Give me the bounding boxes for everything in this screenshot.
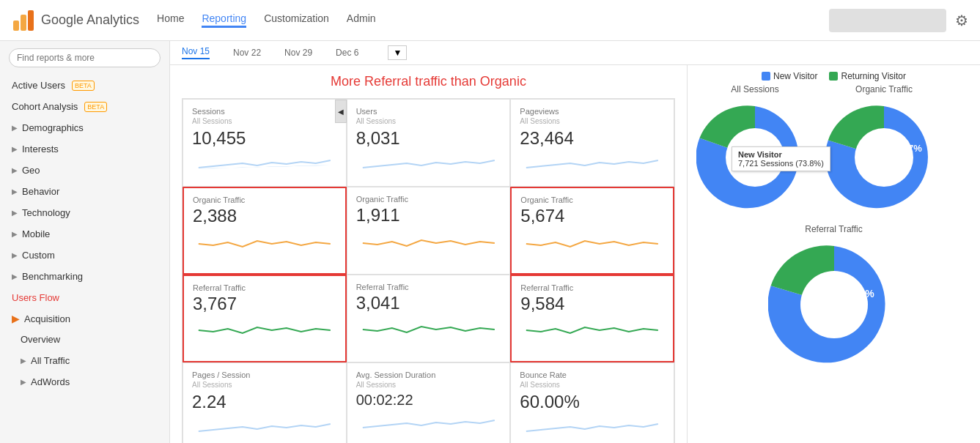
sidebar: Active Users BETA Cohort Analysis BETA ▶… [0,41,170,443]
organic-pageviews-label: Organic Traffic [520,196,664,204]
sidebar-item-custom[interactable]: ▶ Custom [0,245,169,266]
sidebar-collapse-button[interactable]: ◀ [335,100,347,123]
svg-rect-1 [21,15,26,31]
users-label: Users [356,107,501,116]
nav-admin[interactable]: Admin [347,12,376,28]
sidebar-item-active-users[interactable]: Active Users BETA [0,75,169,96]
referral-sessions-value: 3,767 [193,294,336,314]
date-nov15[interactable]: Nov 15 [182,46,210,59]
metrics-body: More Referral traffic than Organic Sessi… [170,65,687,443]
organic-new-pct: 74.7% [895,143,922,154]
sidebar-item-cohort-analysis[interactable]: Cohort Analysis BETA [0,96,169,117]
cohort-analysis-label: Cohort Analysis [12,101,78,112]
ga-logo-icon [12,9,35,32]
legend-new-label: New Visitor [773,71,817,81]
pages-session-sublabel: All Sessions [192,381,337,389]
sidebar-item-all-traffic[interactable]: ▶ All Traffic [0,350,169,371]
date-dec6[interactable]: Dec 6 [336,48,358,58]
date-nov22[interactable]: Nov 22 [233,48,261,58]
acquisition-icon: ▶ [12,313,20,324]
bounce-rate-sublabel: All Sessions [520,381,665,389]
metric-referral-sessions: Referral Traffic 3,767 [183,275,347,362]
avg-duration-sublabel: All Sessions [356,381,501,389]
overview-label: Overview [21,334,60,345]
organic-users-sparkline [356,230,501,250]
sidebar-item-behavior[interactable]: ▶ Behavior [0,181,169,202]
bounce-rate-sparkline [520,417,665,437]
sidebar-section-acquisition[interactable]: ▶ Acquisition [0,308,169,329]
sidebar-item-interests[interactable]: ▶ Interests [0,138,169,160]
search-input[interactable] [9,48,161,67]
technology-arrow: ▶ [12,209,18,217]
sidebar-item-benchmarking[interactable]: ▶ Benchmarking [0,266,169,287]
sidebar-item-overview[interactable]: Overview [0,329,169,350]
top-pie-row: All Sessions 26.2% [696,84,971,218]
date-nov29[interactable]: Nov 29 [284,48,312,58]
interests-label: Interests [22,144,59,155]
custom-label: Custom [22,250,55,261]
pie-referral-title: Referral Traffic [805,224,862,234]
sidebar-item-users-flow[interactable]: Users Flow [0,287,169,308]
referral-pageviews-label: Referral Traffic [520,283,664,292]
metric-organic-pageviews: Organic Traffic 5,674 [510,187,674,275]
metric-organic-sessions: Organic Traffic 2,388 [183,187,347,275]
date-dropdown-button[interactable]: ▼ [388,45,407,60]
active-users-label: Active Users [12,80,65,91]
referral-new-pct: 75.8% [845,288,874,299]
sidebar-item-demographics[interactable]: ▶ Demographics [0,117,169,138]
sessions-sublabel: All Sessions [192,117,337,125]
metric-pages-session: Pages / Session All Sessions 2.24 [183,362,347,443]
benchmarking-label: Benchmarking [22,271,83,282]
avg-duration-label: Avg. Session Duration [356,371,501,379]
sidebar-item-adwords[interactable]: ▶ AdWords [0,371,169,392]
pie-referral: Referral Traffic 24.2% 75.8% [696,224,971,373]
mobile-label: Mobile [22,228,50,239]
pages-session-value: 2.24 [192,392,337,412]
headline: More Referral traffic than Organic [182,74,675,89]
sessions-value: 10,455 [192,128,337,149]
sidebar-item-mobile[interactable]: ▶ Mobile [0,223,169,245]
pageviews-sublabel: All Sessions [520,117,665,125]
metrics-grid: Sessions All Sessions 10,455 Users All S… [182,98,675,443]
bounce-rate-label: Bounce Rate [520,371,665,379]
referral-users-label: Referral Traffic [356,283,501,291]
tooltip-value: 7,721 Sessions (73.8%) [738,159,824,168]
benchmarking-arrow: ▶ [12,272,18,280]
sidebar-item-technology[interactable]: ▶ Technology [0,202,169,223]
organic-users-value: 1,911 [356,205,501,226]
legend-returning-dot [829,72,838,81]
demographics-label: Demographics [22,122,84,133]
all-sessions-tooltip: New Visitor 7,721 Sessions (73.8%) [732,146,830,171]
mobile-arrow: ▶ [12,230,18,238]
adwords-label: AdWords [31,376,70,387]
nav-customization[interactable]: Customization [264,12,329,28]
user-avatar[interactable] [829,9,946,32]
users-sublabel: All Sessions [356,117,501,125]
sidebar-search-area [0,41,169,75]
gear-icon[interactable]: ⚙ [955,12,968,29]
svg-rect-2 [28,10,34,31]
svg-point-5 [800,271,868,338]
behavior-label: Behavior [22,186,59,197]
nav-reporting[interactable]: Reporting [202,12,246,28]
nav-home[interactable]: Home [157,12,184,28]
nav-links: Home Reporting Customization Admin [157,12,811,28]
sidebar-item-geo[interactable]: ▶ Geo [0,160,169,181]
interests-arrow: ▶ [12,145,18,153]
date-bar: Nov 15 Nov 22 Nov 29 Dec 6 ▼ [170,41,980,65]
referral-pageviews-value: 9,584 [520,294,664,314]
tooltip-label: New Visitor [738,150,824,159]
header: Google Analytics Home Reporting Customiz… [0,0,980,41]
content-area: More Referral traffic than Organic Sessi… [170,65,687,443]
pie-organic: Organic Traffic 25.3% 74.7% [825,84,943,218]
geo-arrow: ▶ [12,166,18,174]
organic-users-label: Organic Traffic [356,195,501,204]
geo-label: Geo [22,165,40,176]
main-content: Nov 15 Nov 22 Nov 29 Dec 6 ▼ More Referr… [170,41,980,443]
behavior-arrow: ▶ [12,187,18,196]
metric-users: Users All Sessions 8,031 [347,99,511,187]
pie-all-sessions-wrapper: 26.2% 73.8% New Visitor 7,721 Sessions (… [696,99,814,218]
metric-bounce-rate: Bounce Rate All Sessions 60.00% [510,362,674,443]
demographics-arrow: ▶ [12,124,18,132]
beta-badge-active-users: BETA [72,81,95,91]
